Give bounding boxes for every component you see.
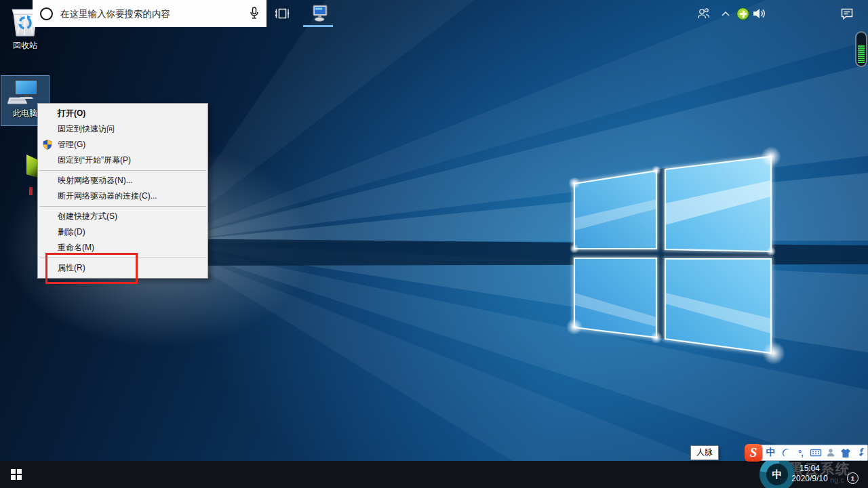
ime-soft-keyboard-icon[interactable] — [809, 445, 822, 460]
antivirus-tray-button[interactable] — [734, 0, 751, 27]
ime-fullwidth-moon-icon[interactable] — [779, 445, 792, 460]
speaker-icon — [752, 7, 766, 20]
taskbar-search-box[interactable] — [33, 0, 267, 27]
show-hidden-icons-button[interactable] — [717, 0, 734, 27]
menu-item-delete[interactable]: 删除(D) — [38, 224, 208, 240]
chevron-up-icon — [721, 11, 730, 17]
menu-item-open[interactable]: 打开(O) — [38, 106, 208, 121]
running-app-indicator — [303, 25, 333, 27]
menu-item-pin-start[interactable]: 固定到“开始”屏幕(P) — [38, 152, 208, 168]
sogou-ime-toolbar: S 中 °, — [746, 445, 868, 461]
people-icon — [696, 7, 711, 20]
search-input[interactable] — [59, 8, 242, 20]
menu-separator — [39, 206, 206, 207]
menu-item-pin-quick-access[interactable]: 固定到快速访问 — [38, 121, 208, 137]
volume-tray-button[interactable] — [750, 0, 768, 27]
this-pc-icon — [7, 79, 43, 106]
ime-chinese-mode-icon[interactable]: 中 — [764, 445, 777, 460]
people-tooltip: 人脉 — [690, 445, 719, 460]
ime-punctuation-icon[interactable]: °, — [794, 445, 807, 460]
taskbar-clock[interactable]: 15:04 2020/9/10 — [785, 464, 834, 485]
menu-separator — [39, 258, 206, 258]
people-tray-button[interactable] — [690, 0, 716, 27]
start-button[interactable] — [0, 461, 33, 488]
windows-logo-icon — [11, 469, 22, 481]
clock-date: 2020/9/10 — [785, 474, 834, 484]
windows-desktop: 回收站 此电脑 打开(O) 固定到快速访问 管理(G) 固定到“开始”屏幕(P) — [0, 0, 868, 488]
menu-item-map-network-drive[interactable]: 映射网络驱动器(N)... — [38, 173, 208, 188]
notification-icon — [840, 7, 854, 20]
menu-item-manage[interactable]: 管理(G) — [38, 137, 208, 152]
menu-separator — [39, 170, 206, 171]
desktop-icon-partially-hidden-red — [29, 187, 33, 195]
cortana-circle-icon[interactable] — [40, 7, 53, 20]
task-view-icon — [274, 6, 290, 21]
ime-settings-wrench-icon[interactable] — [854, 445, 867, 460]
task-view-button[interactable] — [267, 0, 298, 27]
menu-item-properties[interactable]: 属性(R) — [38, 260, 208, 276]
volume-osd — [855, 31, 867, 67]
menu-item-disconnect-network-drive[interactable]: 断开网络驱动器的连接(C)... — [38, 188, 208, 204]
computer-icon — [308, 5, 328, 22]
taskbar-computer-shortcut[interactable] — [300, 0, 336, 27]
context-menu: 打开(O) 固定到快速访问 管理(G) 固定到“开始”屏幕(P) 映射网络驱动器… — [37, 103, 208, 279]
microphone-icon[interactable] — [249, 6, 260, 21]
this-pc-label: 此电脑 — [13, 108, 37, 119]
recycle-bin-label: 回收站 — [13, 40, 37, 52]
taskbar — [0, 461, 868, 488]
clock-time: 15:04 — [785, 464, 834, 474]
ime-skin-icon[interactable] — [839, 445, 852, 460]
menu-item-create-shortcut[interactable]: 创建快捷方式(S) — [38, 209, 208, 224]
notification-count-badge[interactable]: 1 — [847, 472, 859, 484]
uac-shield-icon — [43, 140, 52, 150]
ime-account-icon[interactable] — [824, 445, 837, 460]
action-center-button[interactable] — [835, 0, 859, 27]
menu-item-rename[interactable]: 重命名(M) — [38, 240, 208, 256]
antivirus-icon — [736, 7, 749, 20]
sogou-logo-icon[interactable]: S — [745, 444, 762, 462]
